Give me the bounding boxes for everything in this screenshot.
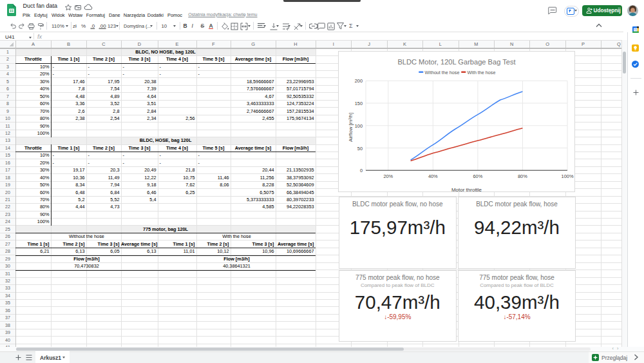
svg-text:31: 31 [634,28,638,31]
